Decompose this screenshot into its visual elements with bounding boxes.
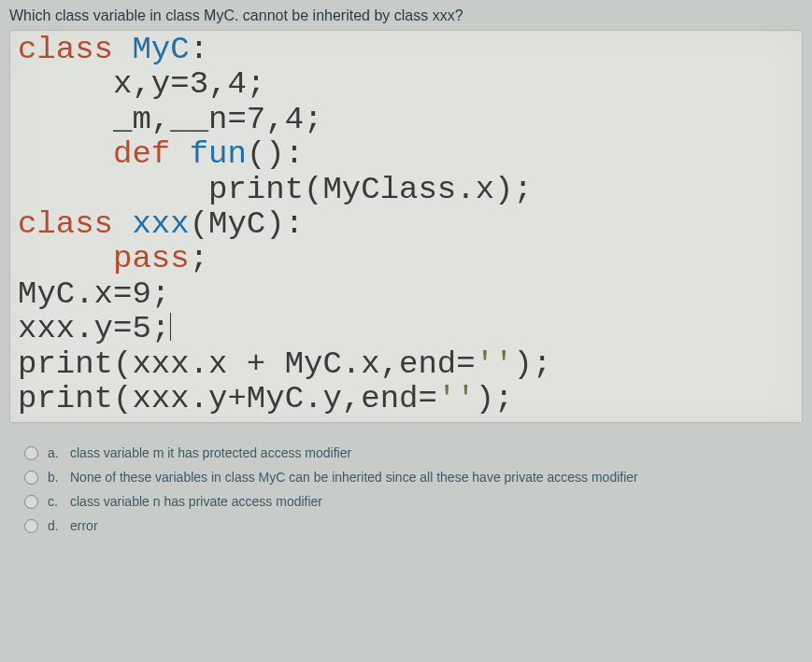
- code-line-5: print(MyClass.x);: [18, 173, 794, 207]
- radio-icon: [24, 446, 38, 460]
- option-c[interactable]: c. class variable n has private access m…: [24, 494, 803, 509]
- code-line-9: xxx.y=5;: [18, 312, 794, 346]
- code-block: class MyC: x,y=3,4; _m,__n=7,4; def fun(…: [9, 30, 803, 423]
- code-line-6: class xxx(MyC):: [18, 207, 794, 242]
- code-line-1: class MyC:: [18, 33, 794, 67]
- answer-options: a. class variable m it has protected acc…: [9, 445, 803, 533]
- option-letter: a.: [48, 445, 61, 460]
- code-line-7: pass;: [18, 242, 794, 276]
- option-text: class variable n has private access modi…: [70, 494, 322, 509]
- code-line-3: _m,__n=7,4;: [18, 103, 794, 137]
- code-line-11: print(xxx.y+MyC.y,end='');: [18, 382, 794, 416]
- code-line-2: x,y=3,4;: [18, 67, 794, 102]
- radio-icon: [24, 519, 38, 533]
- question-text: Which class variable in class MyC. canno…: [9, 7, 803, 24]
- radio-icon: [24, 471, 38, 485]
- code-line-4: def fun():: [18, 137, 794, 172]
- option-text: error: [70, 518, 98, 533]
- option-letter: b.: [48, 470, 61, 485]
- option-b[interactable]: b. None of these variables in class MyC …: [24, 470, 803, 485]
- option-text: None of these variables in class MyC can…: [70, 470, 638, 485]
- option-letter: d.: [48, 518, 61, 533]
- quiz-question-container: Which class variable in class MyC. canno…: [0, 0, 812, 550]
- code-line-8: MyC.x=9;: [18, 277, 794, 312]
- code-line-10: print(xxx.x + MyC.x,end='');: [18, 347, 794, 382]
- option-letter: c.: [48, 494, 61, 509]
- option-a[interactable]: a. class variable m it has protected acc…: [24, 445, 803, 460]
- option-text: class variable m it has protected access…: [70, 445, 351, 460]
- option-d[interactable]: d. error: [24, 518, 803, 533]
- text-cursor: [170, 313, 171, 341]
- radio-icon: [24, 495, 38, 509]
